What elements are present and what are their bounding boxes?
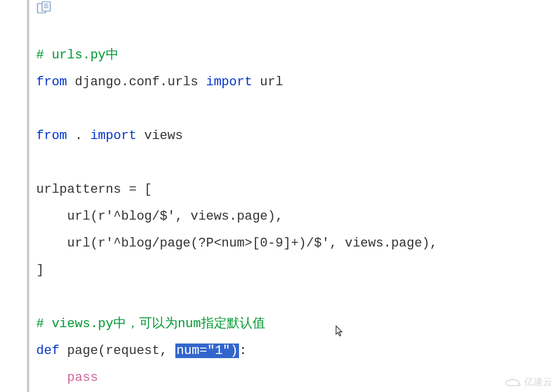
code-text: :	[239, 344, 247, 358]
comment-text: 中，可以为	[113, 317, 178, 331]
code-line-import-url: from django.conf.urls import url	[36, 69, 557, 96]
cursor-icon	[335, 325, 344, 337]
comment-text: # urls.py	[36, 48, 106, 63]
blank-line	[36, 96, 557, 123]
keyword-import: import	[90, 129, 136, 143]
comment-text: num	[178, 317, 201, 331]
code-text: urlpatterns = [	[36, 182, 152, 197]
code-text: django.conf.urls	[67, 75, 206, 89]
code-line-comment-views: # views.py中，可以为num指定默认值	[36, 311, 557, 338]
code-line-url1: url(r'^blog/$', views.page),	[36, 203, 557, 230]
keyword-from: from	[36, 75, 67, 89]
comment-text: 中	[106, 48, 119, 63]
code-line-import-views: from . import views	[36, 123, 557, 150]
code-text: ]	[36, 263, 44, 277]
code-line-url2: url(r'^blog/page(?P<num>[0-9]+)/$', view…	[36, 230, 557, 257]
code-line-pass: pass	[36, 365, 557, 391]
code-block: # urls.py中 from django.conf.urls import …	[27, 0, 557, 392]
keyword-from: from	[36, 129, 67, 143]
svg-rect-1	[42, 2, 50, 11]
comment-text: 指定默认值	[201, 317, 265, 331]
code-indent	[36, 370, 67, 385]
code-text: url(r'^blog/$', views.page),	[36, 209, 283, 224]
code-line-close-bracket: ]	[36, 257, 557, 284]
code-text: url	[252, 75, 283, 89]
selected-text[interactable]: num="1")	[175, 344, 240, 358]
cloud-icon	[504, 377, 522, 388]
blank-line	[36, 150, 557, 176]
code-text: page(request,	[60, 344, 175, 358]
code-text: views	[137, 129, 183, 143]
code-line-comment-urls: # urls.py中	[36, 42, 557, 69]
keyword-def: def	[36, 344, 60, 358]
watermark-text: 亿速云	[524, 376, 552, 388]
keyword-import: import	[206, 75, 252, 89]
code-text: url(r'^blog/page(?P<num>[0-9]+)/$', view…	[36, 236, 438, 251]
code-line-urlpatterns: urlpatterns = [	[36, 176, 557, 203]
blank-line	[36, 284, 557, 311]
copy-icon[interactable]	[36, 1, 53, 15]
keyword-pass: pass	[67, 370, 98, 385]
code-text: .	[67, 129, 91, 143]
watermark: 亿速云	[504, 376, 552, 388]
comment-text: # views.py	[36, 317, 113, 331]
code-line-def: def page(request, num="1"):	[36, 338, 557, 365]
